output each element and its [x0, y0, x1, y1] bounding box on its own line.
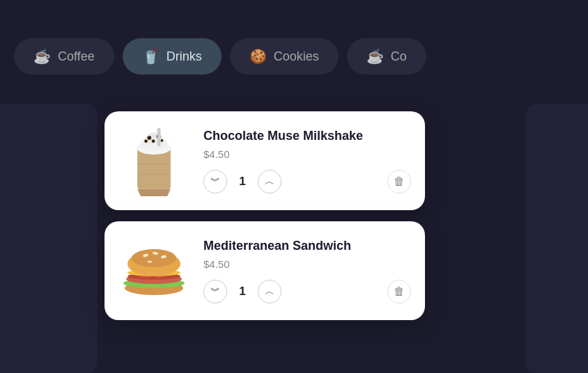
sandwich-image — [119, 243, 189, 299]
tab-cookies[interactable]: 🍪 Cookies — [230, 38, 339, 74]
milkshake-name: Chocolate Muse Milkshake — [203, 128, 411, 144]
sandwich-price: $4.50 — [203, 258, 411, 270]
svg-point-10 — [161, 139, 164, 142]
sandwich-delete-button[interactable]: 🗑 — [387, 280, 411, 303]
tab-drinks[interactable]: 🥤 Drinks — [123, 38, 222, 74]
tab-co[interactable]: ☕ Co — [347, 38, 426, 74]
milkshake-qty: 1 — [237, 175, 248, 189]
tab-coffee[interactable]: ☕ Coffee — [14, 38, 114, 74]
coffee-icon: ☕ — [33, 48, 51, 65]
svg-point-9 — [144, 139, 148, 143]
sandwich-increment-icon: ︿ — [265, 285, 274, 298]
milkshake-decrement-icon: ︾ — [210, 175, 220, 188]
svg-point-8 — [152, 139, 155, 143]
milkshake-info: Chocolate Muse Milkshake $4.50 ︾ 1 ︿ 🗑 — [203, 128, 411, 193]
tab-co-label: Co — [391, 49, 407, 64]
milkshake-increment-button[interactable]: ︿ — [258, 170, 281, 193]
milkshake-decrement-button[interactable]: ︾ — [203, 170, 227, 193]
sandwich-qty: 1 — [237, 285, 248, 299]
svg-rect-11 — [157, 127, 161, 146]
milkshake-price: $4.50 — [203, 148, 411, 160]
cart-items: Chocolate Muse Milkshake $4.50 ︾ 1 ︿ 🗑 — [105, 111, 518, 320]
tab-coffee-label: Coffee — [58, 49, 95, 64]
sandwich-name: Mediterranean Sandwich — [203, 238, 411, 254]
sandwich-trash-icon: 🗑 — [394, 285, 405, 298]
sandwich-increment-button[interactable]: ︿ — [258, 280, 281, 303]
milkshake-trash-icon: 🗑 — [394, 175, 405, 188]
tab-cookies-label: Cookies — [274, 49, 319, 64]
tab-drinks-label: Drinks — [167, 49, 202, 64]
sandwich-decrement-icon: ︾ — [210, 285, 220, 298]
cart-item-mediterranean-sandwich: Mediterranean Sandwich $4.50 ︾ 1 ︿ 🗑 — [105, 221, 425, 320]
right-panel — [525, 104, 588, 373]
drinks-icon: 🥤 — [142, 48, 160, 65]
milkshake-delete-button[interactable]: 🗑 — [387, 170, 411, 193]
milkshake-image — [123, 125, 185, 198]
sandwich-qty-group: ︾ 1 ︿ — [203, 280, 281, 303]
category-tabs: ☕ Coffee 🥤 Drinks 🍪 Cookies ☕ Co — [0, 38, 588, 74]
milkshake-qty-group: ︾ 1 ︿ — [203, 170, 281, 193]
svg-point-6 — [147, 136, 151, 140]
svg-marker-1 — [137, 189, 171, 196]
milkshake-image-wrap — [116, 122, 192, 199]
sandwich-info: Mediterranean Sandwich $4.50 ︾ 1 ︿ 🗑 — [203, 238, 411, 303]
left-panel — [0, 104, 98, 373]
co-icon: ☕ — [366, 48, 384, 65]
milkshake-controls: ︾ 1 ︿ 🗑 — [203, 170, 411, 193]
svg-point-26 — [148, 261, 152, 263]
svg-point-22 — [132, 249, 176, 267]
sandwich-image-wrap — [116, 232, 192, 309]
sandwich-controls: ︾ 1 ︿ 🗑 — [203, 280, 411, 303]
milkshake-increment-icon: ︿ — [265, 175, 274, 188]
cookies-icon: 🍪 — [249, 48, 267, 65]
cart-item-chocolate-muse: Chocolate Muse Milkshake $4.50 ︾ 1 ︿ 🗑 — [105, 111, 425, 210]
sandwich-decrement-button[interactable]: ︾ — [203, 280, 227, 303]
